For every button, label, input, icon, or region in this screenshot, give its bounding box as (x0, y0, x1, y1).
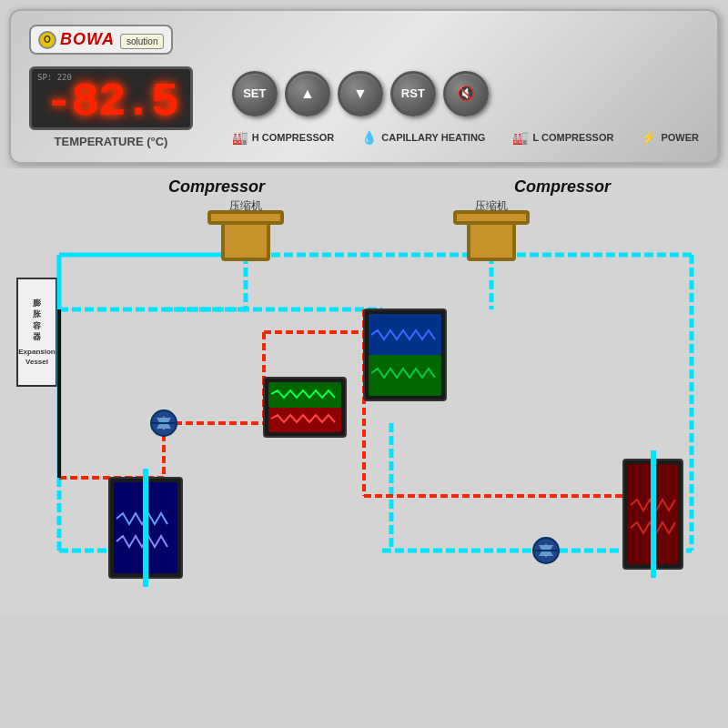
legend-capillary: 💧 CAPILLARY HEATING (361, 130, 485, 145)
l-compressor-label: L COMPRESSOR (532, 132, 613, 143)
up-button[interactable] (285, 71, 330, 116)
down-button[interactable] (338, 71, 383, 116)
brand-sub: solution (118, 36, 164, 46)
right-valve (533, 538, 559, 563)
svg-rect-29 (209, 212, 282, 223)
capillary-label: CAPILLARY HEATING (381, 132, 485, 143)
left-comp-sub: 压缩机 (229, 199, 262, 212)
svg-rect-35 (369, 355, 441, 396)
legend-row: 🏭 H COMPRESSOR 💧 CAPILLARY HEATING 🏭 L C… (232, 130, 699, 145)
legend-power: ⚡ POWER (641, 130, 699, 145)
bowa-logo: O BOWA solution (29, 25, 173, 55)
capillary-icon: 💧 (361, 130, 377, 145)
display-small-label: SP: 220 (37, 73, 72, 82)
diagram-area: Compressor Compressor 膨胀容器 ExpansionVess… (0, 168, 728, 614)
temperature-label: TEMPERATURE (°C) (55, 135, 168, 148)
svg-rect-33 (268, 408, 341, 432)
left-valve (151, 410, 177, 436)
h-compressor-label: H COMPRESSOR (252, 132, 334, 143)
solution-box: solution (120, 34, 164, 49)
digital-display: SP: 220 -82.5 (29, 66, 193, 130)
power-icon: ⚡ (641, 130, 656, 145)
svg-rect-32 (268, 382, 341, 408)
svg-rect-31 (455, 212, 528, 223)
rst-button[interactable]: RST (390, 71, 436, 116)
panel-row: SP: 220 -82.5 TEMPERATURE (°C) SET RST 🔇… (29, 66, 699, 148)
legend-h-compressor: 🏭 H COMPRESSOR (232, 130, 334, 145)
controls-section: SET RST 🔇 🏭 H COMPRESSOR 💧 CAPILLARY HEA… (232, 71, 699, 145)
buttons-row: SET RST 🔇 (232, 71, 699, 116)
display-section: SP: 220 -82.5 TEMPERATURE (°C) (29, 66, 193, 148)
control-panel: O BOWA solution SP: 220 -82.5 TEMPERATUR… (9, 9, 719, 164)
piping-diagram: 压缩机 压缩机 (0, 168, 728, 614)
power-label: POWER (661, 132, 699, 143)
l-compressor-icon: 🏭 (512, 130, 528, 145)
temperature-value: -82.5 (45, 76, 177, 129)
set-button[interactable]: SET (232, 71, 278, 116)
logo-circle: O (38, 31, 56, 49)
legend-l-compressor: 🏭 L COMPRESSOR (512, 130, 613, 145)
mute-button[interactable]: 🔇 (443, 71, 489, 116)
h-compressor-icon: 🏭 (232, 130, 248, 145)
brand-name: BOWA (60, 30, 115, 49)
right-comp-sub: 压缩机 (475, 199, 508, 212)
